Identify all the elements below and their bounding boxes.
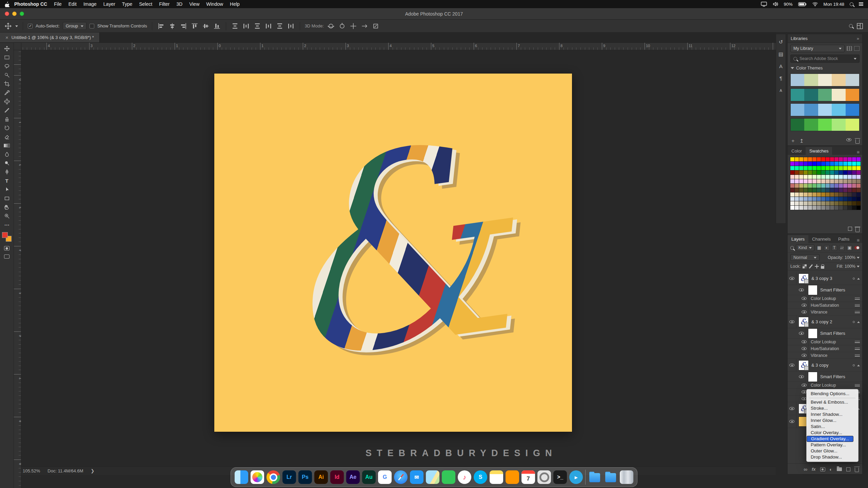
color-swatch[interactable] (856, 162, 861, 166)
filter-mask-thumbnail[interactable] (808, 285, 817, 295)
collapse-filters-icon[interactable] (857, 320, 860, 323)
color-swatch[interactable] (834, 206, 839, 210)
align-bottom-edges-icon[interactable] (213, 22, 221, 30)
filter-mask-thumbnail[interactable] (808, 372, 817, 382)
dock-icon-photoshop[interactable]: Ps (298, 470, 312, 484)
color-swatch[interactable] (852, 206, 856, 210)
visibility-cell[interactable] (800, 339, 809, 345)
color-swatch[interactable] (852, 179, 856, 183)
color-swatch[interactable] (839, 157, 843, 161)
color-swatch[interactable] (856, 179, 861, 183)
color-swatch[interactable] (817, 175, 821, 179)
show-transform-checkbox[interactable] (90, 24, 94, 28)
color-swatch[interactable] (856, 184, 861, 188)
3d-drag-icon[interactable] (349, 22, 357, 30)
color-swatch[interactable] (799, 175, 803, 179)
glyphs-panel-icon[interactable]: ᴀ (780, 87, 782, 93)
color-swatch[interactable] (843, 197, 847, 201)
layer-name[interactable]: Color Lookup (811, 340, 836, 344)
color-swatch[interactable] (799, 206, 803, 210)
layer-name[interactable]: Smart Filters (820, 331, 845, 336)
color-swatch[interactable] (817, 157, 821, 161)
color-swatch[interactable] (795, 162, 799, 166)
fx-menu-item-inner-glow[interactable]: Inner Glow... (807, 418, 858, 424)
color-swatch[interactable] (808, 175, 812, 179)
color-swatch[interactable] (826, 162, 830, 166)
visibility-eye-icon[interactable] (789, 407, 794, 410)
menu-file[interactable]: File (51, 1, 65, 7)
color-swatch[interactable] (808, 170, 812, 175)
layer-name[interactable]: Hue/Saturation (811, 303, 839, 308)
visibility-cell[interactable] (797, 285, 806, 295)
distribute-left-edges-icon[interactable] (264, 22, 273, 30)
tab-color[interactable]: Color (788, 147, 806, 155)
distribute-vertical-centers-icon[interactable] (242, 22, 250, 30)
horizontal-ruler[interactable]: 43210123456789101112 (21, 43, 776, 50)
visibility-cell[interactable] (788, 402, 796, 415)
color-swatch[interactable] (804, 166, 808, 170)
color-swatch[interactable] (826, 175, 830, 179)
color-swatch[interactable] (817, 170, 821, 175)
3d-roll-icon[interactable] (338, 22, 346, 30)
color-swatch[interactable] (817, 188, 821, 192)
color-swatch[interactable] (856, 197, 861, 201)
color-swatch[interactable] (839, 179, 843, 183)
color-theme-3[interactable] (790, 118, 860, 131)
color-swatch[interactable] (808, 166, 812, 170)
color-swatch[interactable] (804, 206, 808, 210)
color-swatch[interactable] (790, 175, 794, 179)
kind-filter-dropdown[interactable]: Kind (796, 244, 814, 251)
menu-clock[interactable]: Mon 19:48 (824, 2, 844, 7)
new-layer-icon[interactable] (846, 467, 850, 471)
color-swatch[interactable] (843, 179, 847, 183)
color-swatch[interactable] (852, 175, 856, 179)
color-swatch[interactable] (795, 157, 799, 161)
color-swatch[interactable] (834, 201, 839, 205)
color-swatch[interactable] (812, 157, 816, 161)
color-swatch[interactable] (839, 175, 843, 179)
color-swatch[interactable] (804, 162, 808, 166)
panel-menu-icon[interactable]: ≡ (854, 149, 862, 155)
visibility-eye-icon[interactable] (802, 310, 807, 313)
color-swatch[interactable] (830, 192, 834, 197)
visibility-cell[interactable] (800, 345, 809, 352)
menu-filter[interactable]: Filter (156, 1, 173, 7)
visibility-cell[interactable] (797, 328, 806, 338)
color-swatch[interactable] (834, 197, 839, 201)
spotlight-icon[interactable] (850, 2, 853, 6)
color-swatch[interactable] (830, 188, 834, 192)
visibility-eye-icon[interactable] (799, 288, 804, 291)
filter-settings-icon[interactable] (855, 310, 860, 314)
color-swatch[interactable] (856, 157, 861, 161)
3d-slide-icon[interactable] (360, 22, 369, 30)
color-swatch[interactable] (790, 179, 794, 183)
color-swatch[interactable] (843, 162, 847, 166)
document-tab[interactable]: × Untitled-1 @ 106% (& 3 copy 3, RGB/8*)… (0, 33, 100, 42)
grid-view-icon[interactable] (847, 46, 852, 51)
visibility-cell[interactable] (800, 302, 809, 308)
current-tool-icon[interactable] (4, 22, 12, 30)
color-swatch[interactable] (834, 175, 839, 179)
theme-swatch[interactable] (832, 119, 845, 131)
color-swatch[interactable] (843, 184, 847, 188)
healing-brush-tool[interactable] (1, 97, 13, 106)
distribute-bottom-edges-icon[interactable] (253, 22, 261, 30)
color-swatch[interactable] (812, 166, 816, 170)
color-swatch[interactable] (839, 192, 843, 197)
color-swatch[interactable] (799, 197, 803, 201)
delete-library-item-icon[interactable] (855, 139, 860, 144)
color-swatch[interactable] (812, 179, 816, 183)
layer-name[interactable]: Color Lookup (811, 296, 836, 301)
layer-row-color-lookup[interactable]: Color Lookup (788, 339, 862, 345)
color-swatch[interactable] (830, 166, 834, 170)
color-swatch[interactable] (843, 188, 847, 192)
theme-swatch[interactable] (818, 74, 832, 86)
menu-edit[interactable]: Edit (65, 1, 80, 7)
library-select[interactable]: My Library (790, 45, 845, 52)
color-swatch[interactable] (790, 184, 794, 188)
color-swatch[interactable] (834, 188, 839, 192)
visibility-eye-icon[interactable] (799, 375, 804, 378)
color-swatch[interactable] (834, 192, 839, 197)
color-swatch[interactable] (848, 192, 852, 197)
layer-name[interactable]: & 3 copy 2 (811, 319, 832, 324)
